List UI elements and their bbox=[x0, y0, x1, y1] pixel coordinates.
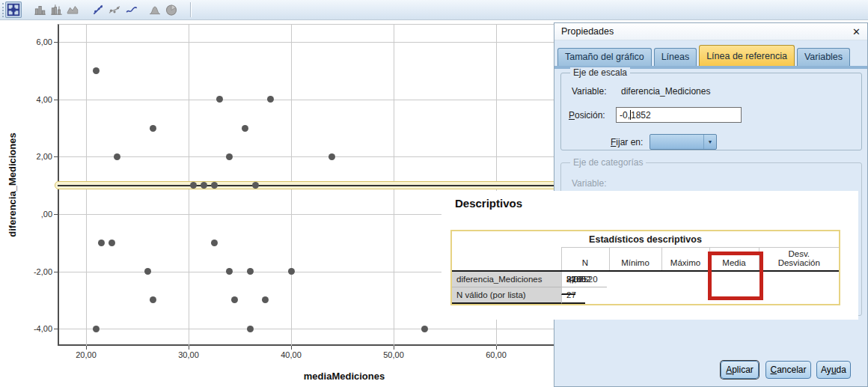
data-point[interactable] bbox=[144, 268, 151, 275]
scale-axis-group: Eje de escala Variable: diferencia_Medic… bbox=[560, 73, 862, 150]
dialog-title: Propiedades bbox=[561, 26, 614, 37]
tab-variables[interactable]: Variables bbox=[797, 48, 850, 66]
x-tick-label: 50,00 bbox=[376, 350, 412, 359]
y-tick-mark bbox=[54, 100, 58, 100]
y-tick-mark bbox=[54, 42, 58, 43]
data-point[interactable] bbox=[252, 182, 259, 189]
ayuda-button[interactable]: Ayuda bbox=[816, 361, 851, 379]
tab-reference-line[interactable]: Línea de referencia bbox=[699, 45, 795, 66]
tab-lines[interactable]: Líneas bbox=[654, 48, 697, 66]
column-header: Mínimo bbox=[609, 248, 661, 272]
data-point[interactable] bbox=[288, 268, 295, 275]
x-tick-mark bbox=[496, 346, 497, 350]
y-tick-mark bbox=[54, 272, 58, 272]
data-point[interactable] bbox=[211, 240, 218, 246]
gridline-y bbox=[59, 100, 554, 100]
tab-chart-size[interactable]: Tamaño del gráfico bbox=[557, 48, 652, 66]
data-point[interactable] bbox=[150, 125, 156, 132]
y-tick-label: -2,00 bbox=[10, 267, 52, 276]
y-tick-label: 4,00 bbox=[10, 95, 52, 104]
x-tick-label: 60,00 bbox=[478, 350, 514, 359]
scale-axis-group-label: Eje de escala bbox=[570, 67, 630, 78]
x-tick-label: 30,00 bbox=[171, 350, 207, 359]
data-point[interactable] bbox=[150, 296, 156, 303]
column-header: N bbox=[561, 248, 609, 272]
row-label: diferencia_Mediciones bbox=[452, 271, 561, 287]
position-label: Posición: bbox=[569, 110, 605, 121]
data-point[interactable] bbox=[247, 326, 254, 332]
data-point[interactable] bbox=[93, 326, 100, 332]
fix-at-dropdown[interactable]: ▼ bbox=[650, 134, 717, 150]
data-point[interactable] bbox=[242, 125, 248, 132]
spss-chart-editor-window: 20,0030,0040,0050,0060,006,004,002,00,00… bbox=[0, 0, 868, 387]
gridline-y bbox=[59, 329, 554, 329]
table-row: diferencia_Mediciones27-4,005,00-,18522,… bbox=[452, 271, 839, 287]
x-tick-mark bbox=[86, 346, 87, 350]
output-title: Descriptivos bbox=[455, 197, 522, 210]
x-tick-mark bbox=[394, 346, 394, 350]
cancelar-button[interactable]: Cancelar bbox=[765, 361, 811, 379]
category-variable-label: Variable: bbox=[572, 178, 606, 189]
data-point[interactable] bbox=[211, 182, 218, 189]
variable-label: Variable: bbox=[572, 86, 606, 97]
data-point[interactable] bbox=[247, 268, 254, 275]
x-tick-label: 20,00 bbox=[68, 350, 104, 359]
column-header: Máximo bbox=[661, 248, 709, 272]
column-header: Desv. Desviación bbox=[759, 248, 839, 272]
fix-at-label: Fijar en: bbox=[611, 137, 643, 147]
aplicar-button[interactable]: Aplicar bbox=[721, 361, 759, 379]
x-tick-mark bbox=[189, 346, 189, 350]
descriptives-output: Descriptivos Estadísticos descriptivos N… bbox=[441, 191, 858, 320]
table-row: N válido (por lista)27 bbox=[452, 287, 839, 304]
y-axis-title[interactable]: diferencia_Mediciones bbox=[7, 132, 18, 237]
data-point[interactable] bbox=[114, 153, 120, 160]
table-title: Estadísticos descriptivos bbox=[452, 231, 839, 247]
y-tick-mark bbox=[54, 329, 58, 329]
media-highlight-box bbox=[708, 252, 763, 300]
descriptives-pivot-table[interactable]: Estadísticos descriptivos NMínimoMáximoM… bbox=[450, 230, 840, 305]
y-tick-mark bbox=[54, 214, 58, 215]
dialog-titlebar: Propiedades ✕ bbox=[554, 23, 867, 40]
corner-cell bbox=[452, 248, 561, 272]
x-tick-label: 40,00 bbox=[273, 350, 309, 359]
gridline-y bbox=[59, 42, 554, 43]
reference-line[interactable] bbox=[58, 185, 554, 186]
y-tick-label: 6,00 bbox=[10, 37, 52, 46]
category-axis-group-label: Eje de categorías bbox=[570, 157, 646, 168]
gridline-y bbox=[59, 156, 554, 157]
position-input[interactable]: -0,1852 bbox=[616, 107, 742, 123]
y-tick-label: -4,00 bbox=[10, 324, 52, 333]
close-icon[interactable]: ✕ bbox=[852, 26, 861, 37]
x-tick-mark bbox=[291, 346, 292, 350]
data-point[interactable] bbox=[98, 240, 105, 246]
data-point[interactable] bbox=[216, 96, 223, 103]
cell-value: 2,67520 bbox=[561, 272, 607, 287]
data-point[interactable] bbox=[421, 326, 428, 332]
y-tick-mark bbox=[54, 156, 58, 157]
x-axis-title[interactable]: mediaMediciones bbox=[304, 371, 385, 382]
data-point[interactable] bbox=[109, 240, 115, 246]
chevron-down-icon[interactable]: ▼ bbox=[703, 135, 716, 149]
variable-value: diferencia_Mediciones bbox=[621, 86, 710, 97]
row-label: N válido (por lista) bbox=[452, 287, 561, 304]
cell-value bbox=[561, 287, 575, 295]
